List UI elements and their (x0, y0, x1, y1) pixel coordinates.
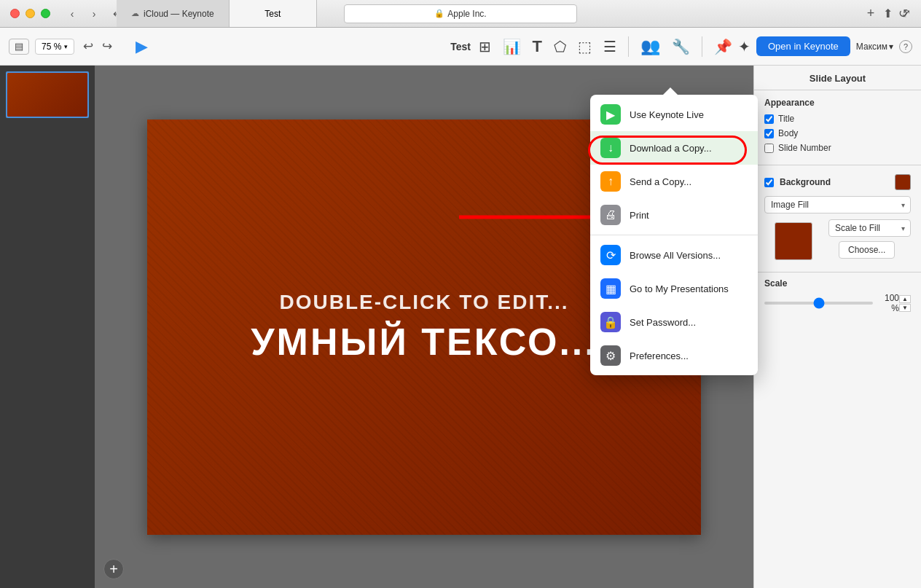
background-label: Background (780, 177, 831, 187)
comment-icon[interactable]: ☰ (603, 38, 616, 55)
menu-item-keynote-live[interactable]: ▶ Use Keynote Live (590, 98, 758, 131)
redo-button[interactable]: ↪ (99, 37, 115, 55)
text-icon[interactable]: T (533, 37, 542, 56)
choose-image-button[interactable]: Choose... (839, 241, 895, 259)
scale-row: 100 % ▲ ▼ (764, 293, 911, 313)
scale-slider[interactable] (764, 302, 873, 305)
forward-button[interactable]: › (84, 5, 104, 23)
user-chevron: ▾ (889, 42, 893, 52)
zoom-control[interactable]: 75 % ▾ (35, 39, 74, 55)
shape-icon[interactable]: ⬠ (554, 38, 566, 55)
body-checkbox[interactable] (764, 129, 774, 138)
menu-item-preferences[interactable]: ⚙ Preferences... (590, 339, 758, 372)
maximize-button[interactable] (41, 9, 50, 18)
add-slide-button[interactable]: + (103, 559, 124, 579)
zoom-chevron: ▾ (64, 43, 68, 50)
scale-section: Scale 100 % ▲ ▼ (754, 273, 921, 319)
image-preview-thumb (775, 222, 812, 260)
nav-arrows: ‹ › (50, 5, 104, 23)
slide-number-checkbox[interactable] (764, 144, 774, 153)
play-button[interactable]: ▶ (133, 36, 151, 58)
pin-icon[interactable]: 📌 (714, 38, 732, 55)
wrench-icon[interactable]: 🔧 (672, 38, 690, 55)
body-checkbox-row: Body (764, 128, 911, 138)
menu-item-label-download-copy: Download a Copy... (630, 143, 712, 154)
table-icon[interactable]: ⊞ (479, 38, 491, 55)
menu-item-icon-my-presentations: ▦ (600, 278, 621, 299)
open-keynote-button[interactable]: Open in Keynote (756, 36, 850, 56)
share-icon[interactable]: ⬆ (883, 7, 893, 20)
menu-item-label-print: Print (630, 210, 649, 221)
menu-item-download-copy[interactable]: ↓ Download a Copy... (590, 131, 758, 165)
image-fill-select-row: Image Fill ▾ (754, 196, 921, 219)
view-tools: 👥 🔧 (640, 37, 690, 56)
slide-navigator: 1 (0, 66, 95, 588)
menu-divider (590, 235, 758, 235)
titlebar: ‹ › ↩ ↓ 🛡 ⊙ 🔒 Apple Inc. ↺ ☁ iCloud — Ke… (0, 0, 921, 28)
tab-favicon: ☁ (131, 9, 139, 18)
menu-item-icon-print: 🖨 (600, 205, 621, 225)
tab-icloud-label: iCloud — Keynote (144, 9, 214, 19)
menu-item-label-keynote-live: Use Keynote Live (630, 109, 704, 120)
background-checkbox[interactable] (764, 178, 774, 187)
menu-item-my-presentations[interactable]: ▦ Go to My Presentations (590, 272, 758, 305)
menu-item-icon-download-copy: ↓ (600, 138, 621, 158)
menu-item-label-preferences: Preferences... (630, 350, 689, 361)
zoom-value: 75 % (42, 42, 61, 52)
scale-step-up[interactable]: ▲ (899, 295, 911, 303)
undo-redo: ↩ ↪ (80, 37, 115, 55)
menu-item-print[interactable]: 🖨 Print (590, 198, 758, 232)
undo-button[interactable]: ↩ (80, 37, 96, 55)
user-menu[interactable]: Максим ▾ (856, 42, 893, 52)
scale-label: Scale (764, 278, 911, 289)
background-color-swatch[interactable] (895, 174, 911, 190)
username: Максим (856, 42, 887, 52)
menu-item-label-send-copy: Send a Copy... (630, 176, 691, 187)
menu-item-label-set-password: Set Password... (630, 317, 696, 328)
collab-icon[interactable]: 👥 (640, 37, 660, 56)
scale-type-select[interactable]: Scale to Fill (828, 219, 911, 237)
menu-item-set-password[interactable]: 🔒 Set Password... (590, 305, 758, 339)
tabs-container: ☁ iCloud — Keynote Test + (117, 0, 885, 27)
menu-item-send-copy[interactable]: ↑ Send a Copy... (590, 165, 758, 198)
title-checkbox[interactable] (764, 114, 774, 124)
panel-title: Slide Layout (754, 66, 921, 90)
close-button[interactable] (10, 9, 20, 18)
menu-item-icon-send-copy: ↑ (600, 171, 621, 192)
slide-number-checkbox-row: Slide Number (764, 143, 911, 153)
dropdown-menu: ▶ Use Keynote Live ↓ Download a Copy... … (590, 95, 758, 375)
insert-tools: ⊞ 📊 T ⬠ ⬚ ☰ (479, 37, 616, 56)
scale-step-down[interactable]: ▼ (899, 304, 911, 312)
tab-icloud-keynote[interactable]: ☁ iCloud — Keynote (117, 0, 230, 27)
tab-test-label: Test (264, 9, 281, 19)
menu-item-label-my-presentations: Go to My Presentations (630, 283, 729, 294)
resize-icon[interactable]: ⤢ (901, 7, 911, 20)
view-icon[interactable]: ▤ (9, 39, 29, 55)
magic-icon[interactable]: ✦ (738, 38, 750, 55)
help-button[interactable]: ? (899, 40, 912, 53)
menu-item-icon-set-password: 🔒 (600, 312, 621, 332)
body-label: Body (778, 128, 798, 138)
media-icon[interactable]: ⬚ (578, 38, 592, 55)
scale-value-display: 100 % ▲ ▼ (879, 293, 911, 313)
title-label: Title (778, 114, 794, 124)
appearance-section: Appearance Title Body Slide Number (754, 90, 921, 165)
toolbar-right-icons: ⬆ ⤢ (883, 7, 921, 20)
menu-item-browse-versions[interactable]: ⟳ Browse All Versions... (590, 238, 758, 272)
menu-item-icon-preferences: ⚙ (600, 345, 621, 366)
chart-icon[interactable]: 📊 (503, 38, 521, 55)
slide-thumb-1[interactable]: 1 (6, 71, 89, 118)
doc-title: Test (450, 41, 471, 52)
scale-stepper: ▲ ▼ (899, 295, 911, 312)
tab-add-button[interactable]: + (863, 0, 885, 27)
traffic-lights (0, 9, 50, 18)
tab-test[interactable]: Test (230, 0, 317, 27)
tab-add-icon: + (867, 6, 875, 21)
main-content: 1 DOUBLE-CLICK TO EDIT... УМНЫЙ ТЕКСО...… (0, 66, 921, 588)
minimize-button[interactable] (26, 9, 35, 18)
back-button[interactable]: ‹ (62, 5, 82, 23)
menu-caret (663, 87, 678, 95)
menu-item-icon-browse-versions: ⟳ (600, 245, 621, 265)
fill-type-select[interactable]: Image Fill (764, 196, 911, 213)
slide-title: DOUBLE-CLICK TO EDIT... (279, 291, 568, 314)
